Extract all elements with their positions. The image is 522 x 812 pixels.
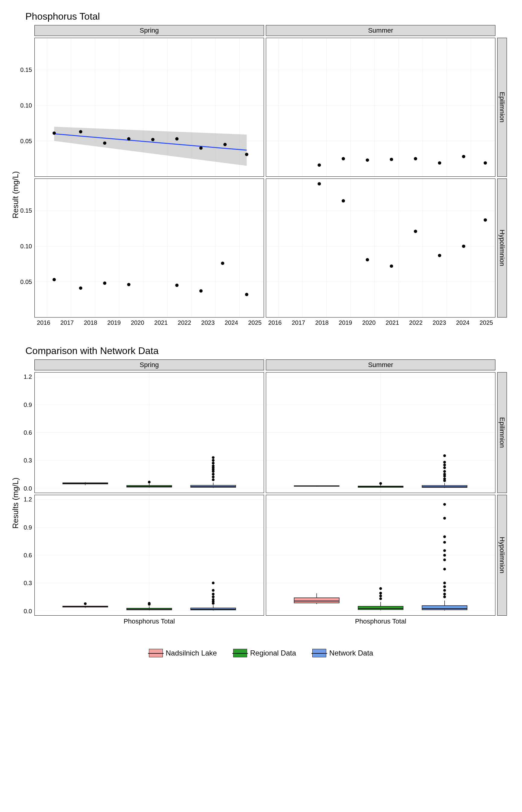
svg-point-192 — [443, 535, 446, 538]
svg-point-65 — [245, 293, 248, 296]
chart2-title: Comparison with Network Data — [25, 345, 510, 357]
svg-point-82 — [390, 264, 393, 268]
svg-point-86 — [484, 218, 487, 222]
legend-label: Regional Data — [250, 649, 296, 657]
scatter-panel-summer-epi — [266, 38, 496, 177]
svg-point-130 — [443, 478, 446, 480]
col-head-summer-2: Summer — [266, 360, 496, 370]
svg-point-182 — [443, 595, 446, 598]
svg-point-183 — [443, 593, 446, 595]
y-ticks-box-top: 0.00.30.60.91.2 — [19, 372, 32, 493]
svg-point-188 — [443, 559, 446, 561]
y-ticks-box-bottom: 0.00.30.60.91.2 — [19, 495, 32, 616]
scatter-panel-spring-epi — [35, 38, 264, 177]
svg-point-194 — [443, 503, 446, 506]
svg-point-21 — [199, 146, 203, 150]
box-panel-spring-epi — [35, 372, 264, 493]
svg-point-61 — [127, 283, 130, 286]
svg-point-109 — [212, 465, 215, 467]
svg-point-137 — [443, 454, 446, 457]
col-head-spring-2: Spring — [35, 360, 264, 370]
legend-label: Network Data — [329, 649, 373, 657]
scatter-facet-grid: Spring Summer Epilimnion Hypolimnion 201… — [35, 25, 510, 330]
svg-point-62 — [175, 284, 179, 287]
svg-point-185 — [443, 585, 446, 588]
box-panel-spring-hypo — [35, 495, 264, 616]
svg-point-189 — [443, 554, 446, 557]
svg-point-191 — [443, 541, 446, 544]
svg-point-159 — [212, 595, 215, 598]
col-head-summer: Summer — [266, 25, 496, 36]
svg-marker-13 — [54, 127, 246, 166]
svg-point-22 — [223, 143, 226, 146]
row-head-hypo: Hypolimnion — [497, 179, 507, 318]
svg-point-112 — [212, 456, 215, 459]
legend-label: Nadsilnich Lake — [166, 649, 217, 657]
svg-point-160 — [212, 593, 215, 595]
row-head-epi: Epilimnion — [497, 38, 507, 177]
legend-key-icon — [313, 649, 326, 657]
svg-rect-173 — [358, 606, 403, 610]
svg-point-177 — [379, 592, 382, 594]
svg-point-80 — [342, 199, 345, 202]
svg-point-193 — [443, 517, 446, 520]
x-label-left: Phosphorus Total — [35, 617, 264, 628]
y-ticks-scatter-top: 0.050.100.15 — [18, 38, 32, 177]
svg-point-41 — [414, 157, 417, 160]
x-label-right: Phosphorus Total — [266, 617, 496, 628]
svg-rect-170 — [294, 598, 339, 603]
svg-point-175 — [379, 597, 382, 600]
svg-point-105 — [212, 473, 215, 475]
svg-point-104 — [212, 475, 215, 478]
svg-point-59 — [79, 286, 82, 290]
svg-point-58 — [53, 278, 56, 281]
svg-point-103 — [212, 479, 215, 481]
chart1-title: Phosphorus Total — [25, 11, 510, 22]
svg-point-158 — [212, 598, 215, 601]
svg-point-152 — [148, 602, 151, 605]
svg-point-161 — [212, 589, 215, 592]
svg-point-162 — [212, 582, 215, 584]
svg-point-38 — [342, 157, 345, 160]
legend-item-regional: Regional Data — [233, 649, 296, 657]
svg-point-187 — [443, 568, 446, 570]
svg-point-132 — [443, 473, 446, 475]
svg-point-16 — [79, 130, 82, 134]
y-ticks-scatter-bottom: 0.050.100.15 — [18, 179, 32, 318]
svg-point-133 — [443, 470, 446, 473]
svg-point-85 — [462, 245, 465, 248]
svg-point-63 — [199, 289, 203, 293]
box-panel-summer-hypo — [266, 495, 496, 616]
svg-point-23 — [245, 153, 248, 156]
legend-item-nadsilnich: Nadsilnich Lake — [149, 649, 217, 657]
svg-point-136 — [443, 461, 446, 463]
svg-point-17 — [103, 141, 106, 145]
y-axis-label-2: Results (mg/L) — [11, 478, 20, 529]
legend-key-icon — [233, 649, 247, 657]
row-head-epi-2: Epilimnion — [497, 372, 507, 493]
svg-point-184 — [443, 589, 446, 592]
svg-point-84 — [438, 254, 441, 257]
svg-point-20 — [175, 137, 179, 140]
scatter-panel-summer-hypo — [266, 179, 496, 318]
svg-point-15 — [53, 131, 56, 135]
x-ticks-scatter-left: 2016201720182019202020212022202320242025 — [35, 319, 264, 330]
svg-point-134 — [443, 466, 446, 469]
svg-point-176 — [379, 594, 382, 597]
svg-point-83 — [414, 229, 417, 233]
svg-point-64 — [221, 262, 224, 265]
svg-point-186 — [443, 582, 446, 584]
legend-item-network: Network Data — [313, 649, 373, 657]
svg-point-178 — [379, 587, 382, 590]
svg-point-40 — [390, 158, 393, 161]
box-panel-summer-epi — [266, 372, 496, 493]
svg-point-43 — [462, 155, 465, 158]
x-ticks-scatter-right: 2016201720182019202020212022202320242025 — [266, 319, 496, 330]
svg-point-111 — [212, 459, 215, 462]
scatter-panel-spring-hypo — [35, 179, 264, 318]
svg-point-110 — [212, 462, 215, 465]
box-facet-grid: Spring Summer Epilimnion Hypolimnion Pho… — [35, 360, 510, 628]
svg-point-39 — [366, 159, 369, 162]
svg-point-42 — [438, 161, 441, 165]
legend: Nadsilnich Lake Regional Data Network Da… — [12, 649, 510, 657]
